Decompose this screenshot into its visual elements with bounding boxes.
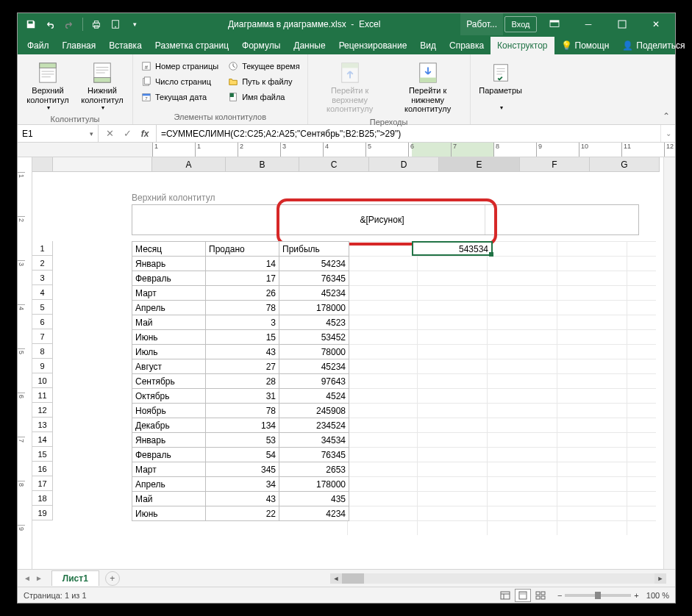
current-date-button[interactable]: 7Текущая дата [138,90,221,104]
tab-insert[interactable]: Вставка [102,37,149,54]
sheet-tab-1[interactable]: Лист1 [51,570,99,586]
signin-button[interactable]: Вход [504,16,537,32]
row-header-10[interactable]: 10 [32,373,53,388]
tab-scroll-right[interactable]: ► [34,573,44,584]
data-table[interactable]: МесяцПроданоПрибыльЯнварь1454234Февраль1… [132,241,349,521]
row-header-6[interactable]: 6 [32,315,53,329]
share-button[interactable]: 👤Поделиться [616,37,691,54]
row-header-2[interactable]: 2 [32,256,53,271]
header-button[interactable]: Верхний колонтитул▾ [22,59,74,113]
header-right-section[interactable] [485,205,638,234]
current-time-button[interactable]: Текущее время [224,59,302,74]
goto-header-button: Перейти к верхнему колонтитулу [313,59,388,116]
row-header-8[interactable]: 8 [32,344,53,359]
col-header-A[interactable]: A [152,157,226,172]
normal-view-button[interactable] [497,589,513,602]
excel-window: ▾ Диаграмма в диаграмме.xlsx - Excel Раб… [18,13,675,603]
page-layout-view-button[interactable] [515,589,531,602]
header-label: Верхний колонтитул [132,193,639,203]
zoom-out-button[interactable]: − [557,591,562,600]
vertical-scrollbar[interactable] [663,157,675,569]
tab-home[interactable]: Главная [56,37,103,54]
svg-rect-40 [536,596,540,599]
tell-me-button[interactable]: 💡Помощн [554,37,616,54]
expand-formula-bar-button[interactable]: ⌄ [660,125,675,142]
tab-formulas[interactable]: Формулы [235,37,287,54]
zoom-in-button[interactable]: + [634,591,638,600]
sheet-grid[interactable]: ABCDEFG 12345678910111213141516171819 Ве… [32,157,663,569]
select-all-button[interactable] [32,157,53,172]
close-button[interactable]: ✕ [640,13,672,35]
col-header-C[interactable]: C [299,157,369,172]
svg-point-4 [115,26,116,28]
col-header-E[interactable]: E [439,157,520,172]
row-header-13[interactable]: 13 [32,418,53,432]
footer-button[interactable]: Нижний колонтитул▾ [76,59,128,113]
undo-button[interactable] [41,15,59,33]
ribbon-display-button[interactable] [538,13,571,35]
tab-data[interactable]: Данные [287,37,332,54]
new-sheet-button[interactable]: + [105,571,120,586]
page-break-view-button[interactable] [532,589,549,602]
col-header-G[interactable]: G [590,157,660,172]
qat-customize-button[interactable]: ▾ [126,15,143,33]
name-box-dropdown[interactable]: ▾ [90,130,93,137]
col-header-F[interactable]: F [520,157,590,172]
scroll-right-button[interactable]: ► [654,573,666,584]
row-header-4[interactable]: 4 [32,285,53,300]
tab-file[interactable]: Файл [21,37,56,54]
tab-view[interactable]: Вид [413,37,443,54]
tab-page-layout[interactable]: Разметка страниц [149,37,235,54]
formula-input[interactable] [161,129,656,139]
row-header-17[interactable]: 17 [32,476,53,491]
row-header-3[interactable]: 3 [32,271,53,285]
calendar-icon: 7 [140,91,152,103]
redo-button[interactable] [60,15,78,33]
header-left-section[interactable] [132,205,279,234]
row-header-1[interactable]: 1 [32,241,53,256]
options-button[interactable]: Параметры▾ [475,59,527,113]
goto-footer-button[interactable]: Перейти к нижнему колонтитулу [390,59,466,116]
tab-design[interactable]: Конструктор [491,37,554,54]
zoom-level[interactable]: 100 % [646,591,669,600]
scroll-left-button[interactable]: ◄ [330,573,342,584]
tab-help[interactable]: Справка [443,37,491,54]
row-header-12[interactable]: 12 [32,403,53,418]
row-header-19[interactable]: 19 [32,506,53,520]
quick-print-button[interactable] [88,15,105,33]
tab-scroll-left[interactable]: ◄ [22,573,32,584]
row-header-15[interactable]: 15 [32,447,53,462]
header-center-section[interactable]: &[Рисунок] [279,205,485,234]
horizontal-scrollbar[interactable]: ◄ ► [330,573,666,584]
name-box[interactable]: ▾ [18,125,99,142]
row-header-9[interactable]: 9 [32,359,53,373]
account-work-button[interactable]: Работ... [460,13,503,35]
touch-mode-button[interactable] [107,15,124,33]
name-box-input[interactable] [22,129,81,139]
group-label-elements: Элементы колонтитулов [138,111,303,123]
header-zone[interactable]: &[Рисунок] [132,204,639,235]
row-header-7[interactable]: 7 [32,329,53,344]
page-count-button[interactable]: Число страниц [138,74,221,89]
save-button[interactable] [22,15,40,33]
row-header-14[interactable]: 14 [32,432,53,447]
zoom-slider[interactable] [565,594,631,597]
page-number-button[interactable]: #Номер страницы [138,59,221,74]
file-path-button[interactable]: Путь к файлу [224,74,302,89]
row-header-16[interactable]: 16 [32,462,53,476]
col-header-D[interactable]: D [369,157,439,172]
col-header-B[interactable]: B [226,157,299,172]
maximize-button[interactable] [606,13,638,35]
row-header-11[interactable]: 11 [32,388,53,403]
insert-function-button[interactable]: fx [137,126,153,141]
svg-rect-31 [419,78,436,83]
enter-formula-button[interactable]: ✓ [119,126,135,141]
tab-review[interactable]: Рецензирование [332,37,414,54]
lightbulb-icon: 💡 [561,40,572,51]
collapse-ribbon-button[interactable]: ⌃ [657,54,675,124]
file-name-button[interactable]: Имя файла [224,90,302,104]
cancel-formula-button[interactable]: ✕ [101,126,118,141]
minimize-button[interactable]: ─ [572,13,604,35]
row-header-5[interactable]: 5 [32,300,53,315]
row-header-18[interactable]: 18 [32,491,53,506]
